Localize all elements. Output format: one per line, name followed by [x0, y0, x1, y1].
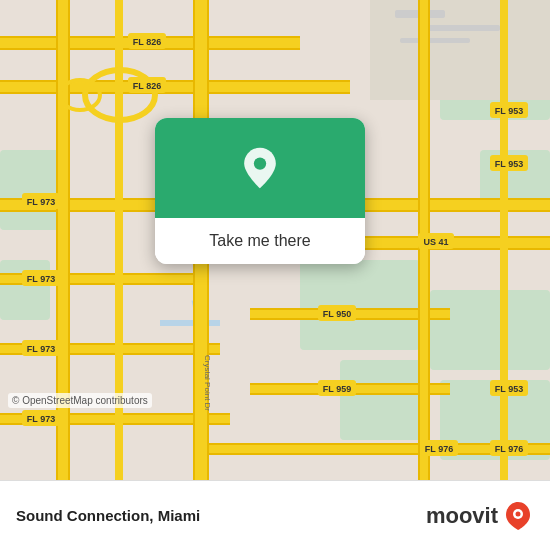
svg-point-91: [254, 157, 266, 169]
svg-text:US 41: US 41: [423, 237, 448, 247]
svg-text:FL 959: FL 959: [323, 384, 351, 394]
copyright-text: © OpenStreetMap contributors: [8, 393, 152, 408]
svg-rect-19: [0, 80, 350, 82]
svg-text:FL 973: FL 973: [27, 344, 55, 354]
svg-text:FL 973: FL 973: [27, 197, 55, 207]
svg-rect-18: [0, 82, 350, 92]
location-info: Sound Connection, Miami: [16, 507, 200, 524]
moovit-brand-icon: [502, 500, 534, 532]
svg-text:FL 976: FL 976: [425, 444, 453, 454]
svg-rect-4: [0, 150, 60, 230]
svg-text:FL 953: FL 953: [495, 159, 523, 169]
svg-rect-55: [500, 0, 508, 480]
svg-point-93: [516, 511, 521, 516]
svg-rect-46: [56, 0, 58, 480]
svg-text:FL 950: FL 950: [323, 309, 351, 319]
map-container: FL 826 FL 826 FL 953 FL 953 FL 96 FL 968…: [0, 0, 550, 480]
svg-text:FL 953: FL 953: [495, 106, 523, 116]
popup-card: Take me there: [155, 118, 365, 264]
bottom-bar: Sound Connection, Miami moovit: [0, 480, 550, 550]
svg-rect-20: [0, 92, 350, 94]
location-pin-icon: [238, 146, 282, 190]
moovit-brand-text: moovit: [426, 503, 498, 529]
svg-rect-13: [420, 25, 500, 31]
svg-text:FL 973: FL 973: [27, 414, 55, 424]
svg-text:FL 953: FL 953: [495, 384, 523, 394]
take-me-there-button[interactable]: Take me there: [155, 218, 365, 264]
svg-rect-14: [400, 38, 470, 43]
svg-rect-47: [68, 0, 70, 480]
svg-rect-5: [0, 260, 50, 320]
svg-rect-10: [160, 320, 220, 326]
popup-header: [155, 118, 365, 218]
svg-text:FL 976: FL 976: [495, 444, 523, 454]
svg-rect-45: [58, 0, 68, 480]
svg-text:FL 826: FL 826: [133, 81, 161, 91]
location-name: Sound Connection, Miami: [16, 507, 200, 524]
svg-text:FL 826: FL 826: [133, 37, 161, 47]
svg-rect-2: [430, 290, 550, 370]
moovit-logo: moovit: [426, 500, 534, 532]
svg-text:FL 973: FL 973: [27, 274, 55, 284]
svg-rect-1: [300, 260, 420, 350]
svg-text:Crystal Point Dr: Crystal Point Dr: [203, 355, 212, 411]
svg-rect-7: [340, 360, 430, 440]
